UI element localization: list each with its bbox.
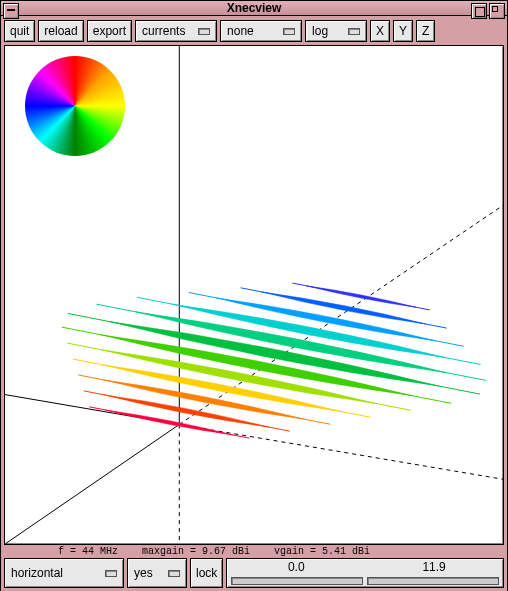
window-title: Xnecview bbox=[227, 1, 282, 15]
overlay-dropdown[interactable]: none bbox=[220, 20, 302, 42]
view-x-button[interactable]: X bbox=[370, 20, 390, 42]
scale-dropdown[interactable]: log bbox=[305, 20, 367, 42]
window-minimize-button[interactable] bbox=[489, 3, 505, 19]
render-canvas[interactable] bbox=[4, 45, 504, 545]
readout-panel: 0.0 11.9 bbox=[226, 558, 504, 588]
readout-value-1: 0.0 bbox=[227, 559, 365, 575]
lock-button[interactable]: lock bbox=[190, 558, 223, 588]
client-area: quit reload export currents none log X Y… bbox=[1, 16, 507, 591]
slider-2[interactable] bbox=[367, 577, 499, 585]
dropdown-indicator-icon bbox=[348, 28, 360, 35]
dropdown-indicator-icon bbox=[168, 570, 180, 577]
titlebar[interactable]: Xnecview bbox=[1, 1, 507, 16]
view-z-button[interactable]: Z bbox=[416, 20, 435, 42]
window-maximize-button[interactable] bbox=[471, 3, 487, 19]
readout-value-2: 11.9 bbox=[365, 559, 503, 575]
dropdown-indicator-icon bbox=[283, 28, 295, 35]
axis-x-dash bbox=[179, 424, 503, 479]
export-button[interactable]: export bbox=[87, 20, 132, 42]
view-y-button[interactable]: Y bbox=[393, 20, 413, 42]
view-mode-dropdown[interactable]: currents bbox=[135, 20, 217, 42]
quit-button[interactable]: quit bbox=[4, 20, 35, 42]
yes-dropdown[interactable]: yes bbox=[127, 558, 187, 588]
readout-bars bbox=[227, 575, 503, 587]
reload-button[interactable]: reload bbox=[38, 20, 83, 42]
polarization-dropdown[interactable]: horizontal bbox=[4, 558, 124, 588]
dropdown-indicator-icon bbox=[105, 570, 117, 577]
app-window: Xnecview quit reload export currents non… bbox=[0, 0, 508, 591]
color-wheel-icon bbox=[25, 56, 125, 156]
status-line: f = 44 MHz maxgain = 9.67 dBi vgain = 5.… bbox=[4, 545, 504, 558]
top-toolbar: quit reload export currents none log X Y… bbox=[4, 19, 504, 45]
dropdown-indicator-icon bbox=[198, 28, 210, 35]
antenna-wire bbox=[89, 407, 249, 438]
bottom-toolbar: horizontal yes lock 0.0 11.9 bbox=[4, 558, 504, 588]
antenna-wire bbox=[292, 283, 429, 310]
axis-y-neg bbox=[5, 424, 179, 544]
window-menu-button[interactable] bbox=[3, 3, 19, 19]
slider-1[interactable] bbox=[231, 577, 363, 585]
readout-values: 0.0 11.9 bbox=[227, 559, 503, 575]
